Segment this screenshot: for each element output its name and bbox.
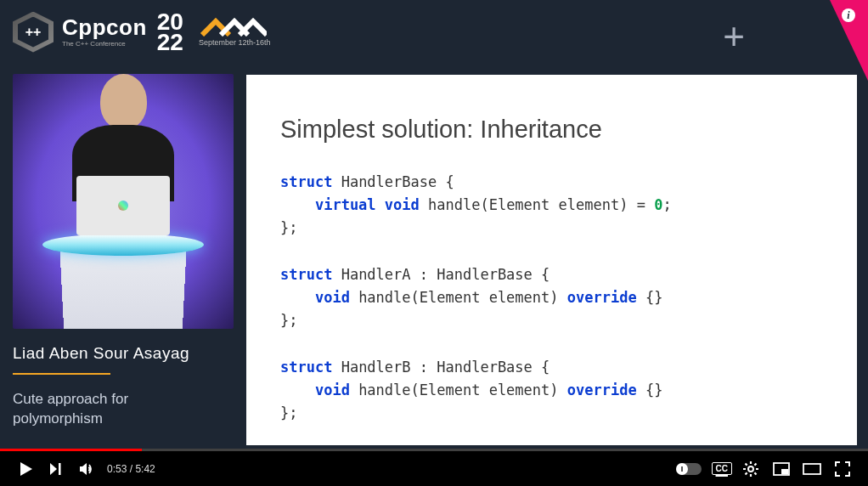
speaker-camera-feed xyxy=(13,74,234,329)
captions-button[interactable]: CC xyxy=(712,462,732,475)
next-button[interactable] xyxy=(41,454,71,484)
progress-played xyxy=(0,449,142,451)
video-content[interactable]: ++ Cppcon The C++ Conference 20 22 Septe… xyxy=(0,0,868,449)
settings-button[interactable] xyxy=(736,454,766,484)
svg-rect-4 xyxy=(803,464,820,474)
conference-name: Cppcon The C++ Conference xyxy=(62,16,147,48)
slide-header: ++ Cppcon The C++ Conference 20 22 Septe… xyxy=(0,0,868,64)
svg-rect-3 xyxy=(781,469,788,474)
cppcon-logo-icon: ++ xyxy=(13,12,54,53)
chevron-mountains-icon: September 12th-16th xyxy=(199,18,271,47)
progress-bar[interactable] xyxy=(0,449,868,451)
svg-point-1 xyxy=(748,466,753,472)
play-button[interactable] xyxy=(10,454,41,484)
code-block: struct HandlerBase { virtual void handle… xyxy=(280,171,823,425)
talk-title: Cute approach for polymorphism xyxy=(13,390,234,429)
autoplay-toggle[interactable] xyxy=(676,463,702,475)
slide-content: Simplest solution: Inheritance struct Ha… xyxy=(246,75,857,445)
divider xyxy=(13,373,110,375)
slide-title: Simplest solution: Inheritance xyxy=(280,116,823,144)
volume-button[interactable] xyxy=(71,454,102,484)
info-icon[interactable]: i xyxy=(842,8,855,22)
miniplayer-button[interactable] xyxy=(766,454,797,484)
time-display: 0:53 / 5:42 xyxy=(107,463,155,475)
theater-mode-button[interactable] xyxy=(797,454,827,484)
speaker-panel: Liad Aben Sour Asayag Cute approach for … xyxy=(0,64,246,448)
speaker-name: Liad Aben Sour Asayag xyxy=(13,344,234,363)
plus-decoration-icon: + xyxy=(723,15,745,58)
player-controls: 0:53 / 5:42 CC xyxy=(0,451,868,486)
svg-rect-0 xyxy=(59,463,61,475)
conference-year: 20 22 xyxy=(157,12,183,53)
fullscreen-button[interactable] xyxy=(827,454,858,484)
